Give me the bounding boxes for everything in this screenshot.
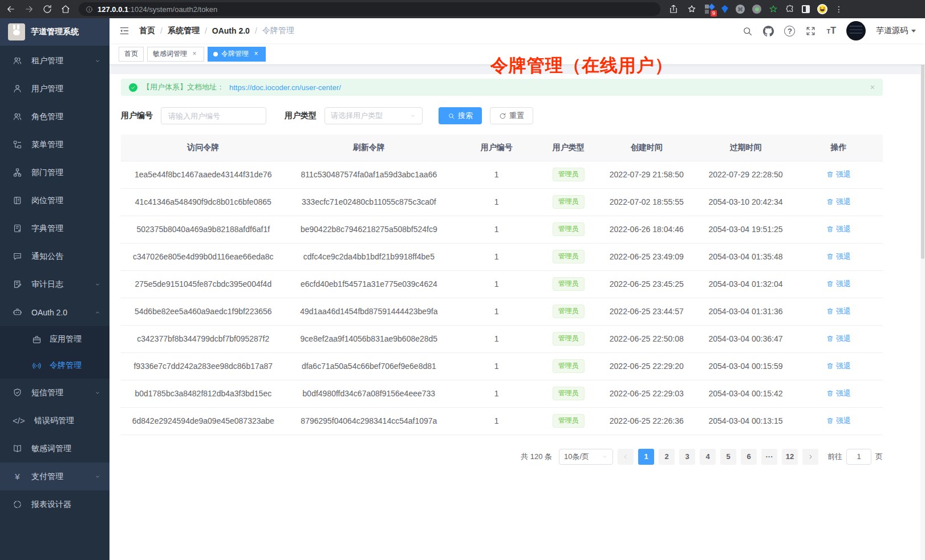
sidebar-item-audit[interactable]: 审计日志	[0, 270, 109, 298]
page-button-5[interactable]: 5	[720, 449, 736, 465]
profile-avatar-icon[interactable]	[817, 4, 827, 14]
breadcrumb-oauth[interactable]: OAuth 2.0	[212, 26, 250, 35]
user-avatar[interactable]	[846, 21, 866, 40]
briefcase-icon	[32, 335, 42, 344]
trash-icon	[826, 362, 834, 370]
sidebar-item-menu[interactable]: 菜单管理	[0, 131, 109, 159]
force-logout-button[interactable]: 强退	[826, 416, 851, 426]
sidebar-item-pay[interactable]: ¥ 支付管理	[0, 462, 109, 490]
side-panel-icon[interactable]	[802, 5, 810, 13]
page-content: 【用户体系】文档地址： https://doc.iocoder.cn/user-…	[109, 74, 925, 560]
fullscreen-icon[interactable]	[805, 26, 816, 36]
force-logout-button[interactable]: 强退	[826, 279, 851, 289]
force-logout-button[interactable]: 强退	[826, 197, 851, 207]
close-icon[interactable]: ×	[252, 50, 260, 58]
sidebar-item-dept[interactable]: 部门管理	[0, 159, 109, 186]
page-button-6[interactable]: 6	[741, 449, 757, 465]
force-logout-button[interactable]: 强退	[826, 306, 851, 316]
prev-page-button[interactable]	[618, 449, 634, 465]
sidebar-item-oauth-apps[interactable]: 应用管理	[0, 326, 109, 352]
browser-menu-icon[interactable]: ⋮	[835, 7, 838, 11]
next-page-button[interactable]	[802, 449, 818, 465]
home-icon[interactable]	[60, 4, 71, 14]
user-id-label: 用户编号	[121, 111, 153, 121]
force-logout-button[interactable]: 强退	[826, 224, 851, 234]
user-menu[interactable]: 芋道源码	[876, 26, 916, 36]
green-star-extension-icon[interactable]	[769, 5, 778, 14]
user-type-select[interactable]: 请选择用户类型	[324, 107, 423, 124]
user-type-badge: 管理员	[553, 414, 585, 428]
force-logout-button[interactable]: 强退	[826, 361, 851, 371]
table-row: 41c41346a548490f9dc8b01c6bfe0865 333ecfc…	[121, 188, 883, 216]
user-type-badge: 管理员	[553, 277, 585, 291]
refresh-token-cell: 811c530487574fa0af1a59d3abc1aa66	[286, 161, 453, 188]
forward-icon[interactable]	[24, 4, 34, 14]
puzzle-extensions-icon[interactable]	[785, 5, 794, 14]
page-button-3[interactable]: 3	[679, 449, 695, 465]
col-refresh-token: 刷新令牌	[286, 135, 453, 161]
extension-grid-icon[interactable]: 9	[705, 5, 714, 14]
share-icon[interactable]	[668, 4, 679, 14]
sidebar-item-tenant[interactable]: 租户管理	[0, 47, 109, 75]
user-type-cell: 管理员	[541, 188, 597, 216]
user-id-cell: 1	[452, 352, 541, 380]
more-pages-button[interactable]: ···	[761, 449, 777, 465]
force-logout-button[interactable]: 强退	[826, 334, 851, 344]
sidebar-item-sensitiveword[interactable]: 敏感词管理	[0, 435, 109, 462]
broadcast-icon	[32, 361, 42, 371]
sidebar-item-reportdesigner[interactable]: 报表设计器	[0, 490, 109, 518]
goto-page-input[interactable]	[846, 449, 871, 465]
search-icon[interactable]	[742, 26, 753, 36]
refresh-token-cell: e6cfd40eb1f54571a31e775e039c4624	[286, 270, 453, 298]
reload-icon[interactable]	[42, 4, 52, 14]
close-icon[interactable]: ×	[190, 50, 198, 58]
record-extension-icon[interactable]	[752, 5, 761, 14]
close-icon[interactable]: ×	[870, 83, 875, 92]
force-logout-button[interactable]: 强退	[826, 251, 851, 262]
site-info-icon[interactable]	[86, 6, 93, 13]
sidebar-item-errorcode[interactable]: </> 错误码管理	[0, 407, 109, 435]
force-logout-button[interactable]: 强退	[826, 169, 851, 180]
tab-sensitive-word[interactable]: 敏感词管理 ×	[147, 47, 204, 62]
search-button[interactable]: 搜索	[439, 107, 482, 124]
reset-button[interactable]: 重置	[490, 107, 533, 124]
sidebar-fold-icon[interactable]	[119, 25, 130, 36]
page-button-2[interactable]: 2	[659, 449, 675, 465]
page-size-select[interactable]: 10条/页	[559, 449, 613, 465]
command-extension-icon[interactable]: ⌘	[736, 5, 745, 14]
sidebar-item-sms[interactable]: 短信管理	[0, 379, 109, 407]
tab-token[interactable]: 令牌管理 ×	[208, 47, 266, 62]
sidebar-item-oauth[interactable]: OAuth 2.0	[0, 298, 109, 326]
app-title: 芋道管理系统	[31, 27, 79, 37]
sidebar-item-oauth-token[interactable]: 令牌管理	[0, 352, 109, 379]
back-icon[interactable]	[6, 4, 16, 14]
force-logout-button[interactable]: 强退	[826, 388, 851, 399]
breadcrumb-separator: /	[160, 26, 163, 35]
bookmark-star-icon[interactable]	[687, 4, 697, 14]
help-icon[interactable]: ?	[784, 26, 795, 36]
oauth-submenu: 应用管理 令牌管理	[0, 326, 109, 379]
sidebar-item-label: 短信管理	[31, 388, 94, 398]
breadcrumb-home[interactable]: 首页	[139, 26, 155, 36]
window-scrollbar[interactable]	[920, 18, 925, 560]
page-button-4[interactable]: 4	[700, 449, 716, 465]
sidebar-item-notice[interactable]: 通知公告	[0, 242, 109, 270]
sidebar-item-post[interactable]: 岗位管理	[0, 186, 109, 214]
font-size-icon[interactable]: TT	[826, 26, 836, 36]
url-bar[interactable]: 127.0.0.1:1024/system/oauth2/token	[79, 2, 660, 16]
sidebar-logo[interactable]: 芋道管理系统	[0, 18, 109, 46]
breadcrumb-system[interactable]: 系统管理	[168, 26, 200, 36]
tab-home[interactable]: 首页	[119, 47, 144, 62]
col-access-token: 访问令牌	[121, 135, 286, 161]
user-id-input[interactable]	[161, 107, 266, 124]
page-button-1[interactable]: 1	[638, 449, 654, 465]
doc-link[interactable]: https://doc.iocoder.cn/user-center/	[229, 83, 341, 92]
user-icon	[13, 84, 22, 94]
gem-extension-icon[interactable]	[721, 5, 728, 13]
sidebar-item-dict[interactable]: 字典管理	[0, 214, 109, 242]
github-icon[interactable]	[763, 26, 774, 36]
sidebar-item-role[interactable]: 角色管理	[0, 103, 109, 131]
sidebar-item-user[interactable]: 用户管理	[0, 75, 109, 103]
sidebar: 芋道管理系统 租户管理 用户管理 角色管理 菜单管理 部门管理	[0, 18, 109, 560]
page-button-12[interactable]: 12	[782, 449, 798, 465]
